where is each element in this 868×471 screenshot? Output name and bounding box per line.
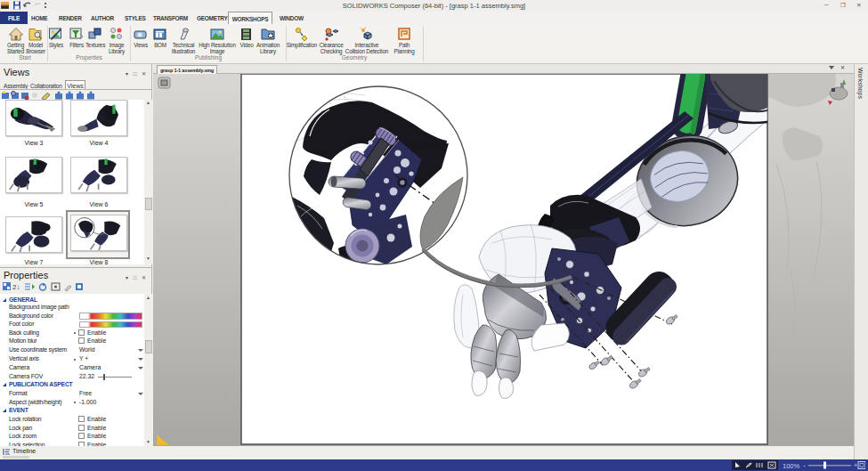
svg-text:+: +: [854, 462, 857, 468]
svg-text:2↓: 2↓: [12, 283, 20, 291]
svg-text:100%: 100%: [783, 462, 800, 470]
svg-text:-: -: [803, 461, 806, 469]
